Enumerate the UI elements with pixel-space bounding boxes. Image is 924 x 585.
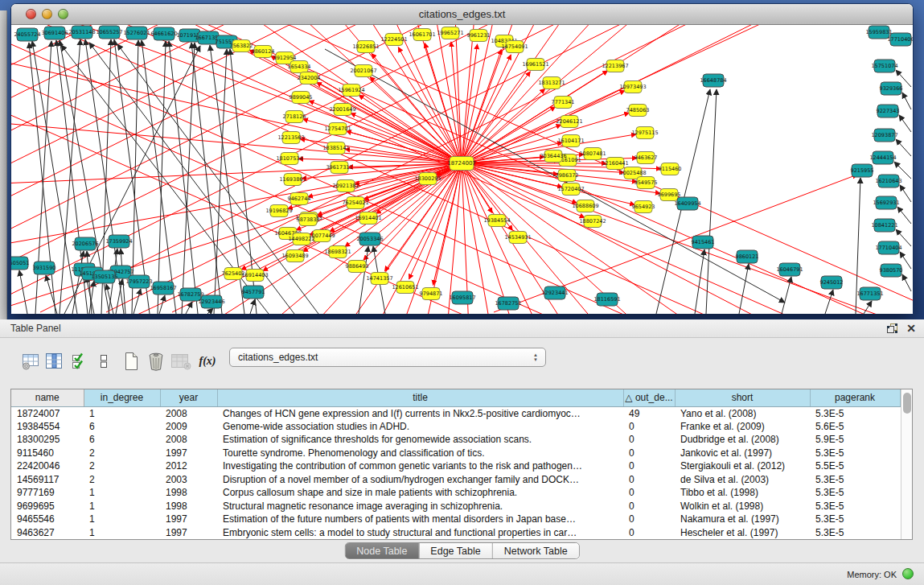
table-cell[interactable]: 2009 [160, 420, 217, 434]
table-cell[interactable]: 14569117 [11, 473, 84, 487]
table-row[interactable]: 911546021997Tourette syndrome. Phenomeno… [11, 447, 900, 460]
table-cell[interactable]: Jankovic et al. (1997) [675, 447, 810, 460]
table-cell[interactable]: 2 [84, 459, 160, 473]
new-file-icon[interactable] [121, 349, 142, 373]
table-cell[interactable]: 5.3E-5 [810, 486, 900, 500]
table-cell[interactable]: 0 [623, 433, 675, 447]
window-titlebar[interactable]: citations_edges.txt [11, 4, 913, 25]
table-cell[interactable]: 9777169 [11, 486, 84, 500]
table-cell[interactable]: 1 [84, 526, 160, 540]
column-header-name[interactable]: name [11, 389, 84, 406]
table-row[interactable]: 2242004622012Investigating the contribut… [11, 459, 900, 473]
column-header-in_degree[interactable]: in_degree [84, 389, 160, 406]
table-cell[interactable]: 9463627 [11, 526, 84, 540]
table-cell[interactable]: 49 [623, 406, 675, 420]
table-row[interactable]: 946362711997Embryonic stem cells: a mode… [11, 526, 900, 540]
table-cell[interactable]: 0 [623, 459, 675, 473]
table-cell[interactable]: 9115460 [11, 447, 84, 460]
table-cell[interactable]: Hescheler et al. (1997) [675, 526, 810, 540]
table-cell[interactable]: de Silva et al. (2003) [675, 473, 810, 487]
table-cell[interactable]: Dudbridge et al. (2008) [675, 433, 810, 447]
table-cell[interactable]: 0 [623, 526, 675, 540]
table-row[interactable]: 1938455462009Genome-wide association stu… [11, 420, 900, 434]
table-cell[interactable]: Structural magnetic resonance image aver… [217, 500, 623, 513]
table-cell[interactable]: 9465546 [11, 513, 84, 526]
table-cell[interactable]: 6 [84, 420, 160, 434]
table-cell[interactable]: 2008 [160, 433, 217, 447]
table-selector-dropdown[interactable]: citations_edges.txt ▲ ▼ [229, 348, 546, 367]
table-cell[interactable]: 9699695 [11, 500, 84, 513]
table-cell[interactable]: 2012 [160, 459, 217, 473]
table-cell[interactable]: 2008 [160, 406, 217, 420]
table-cell[interactable]: Nakamura et al. (1997) [675, 513, 810, 526]
table-cell[interactable]: Investigating the contribution of common… [217, 459, 623, 473]
column-header-out_de[interactable]: △ out_de... [623, 389, 675, 406]
row-height-icon[interactable] [93, 349, 114, 373]
tab-edge-table[interactable]: Edge Table [419, 543, 492, 558]
table-cell[interactable]: Tibbo et al. (1998) [675, 486, 810, 500]
table-cell[interactable]: 5.6E-5 [810, 420, 900, 434]
table-cell[interactable]: 2 [84, 473, 160, 487]
table-cell[interactable]: 1997 [160, 526, 217, 540]
function-builder-icon[interactable]: f(x) [197, 349, 218, 373]
table-cell[interactable]: 1997 [160, 447, 217, 460]
show-column-icon[interactable] [43, 349, 64, 373]
close-panel-icon[interactable]: ✕ [906, 322, 916, 335]
table-cell[interactable]: Tourette syndrome. Phenomenology and cla… [217, 447, 623, 460]
table-cell[interactable]: 18300295 [11, 433, 84, 447]
table-cell[interactable]: Genome-wide association studies in ADHD. [217, 420, 623, 434]
table-cell[interactable]: Changes of HCN gene expression and I(f) … [217, 406, 623, 420]
table-cell[interactable]: 0 [623, 513, 675, 526]
scrollbar-thumb[interactable] [903, 393, 911, 414]
table-scrollbar[interactable] [901, 389, 913, 539]
column-header-short[interactable]: short [675, 389, 810, 406]
table-cell[interactable]: 1998 [160, 500, 217, 513]
tab-node-table[interactable]: Node Table [345, 543, 419, 558]
table-cell[interactable]: 1 [84, 406, 160, 420]
node-table[interactable]: namein_degreeyeartitle△ out_de...shortpa… [11, 389, 901, 539]
table-cell[interactable]: 0 [623, 447, 675, 460]
table-cell[interactable]: 5.9E-5 [810, 433, 900, 447]
column-header-pagerank[interactable]: pagerank [810, 389, 900, 406]
table-cell[interactable]: 1 [84, 500, 160, 513]
table-cell[interactable]: 1997 [160, 513, 217, 526]
table-cell[interactable]: 5.3E-5 [810, 526, 900, 540]
table-cell[interactable]: 0 [623, 486, 675, 500]
table-row[interactable]: 946554611997Estimation of the future num… [11, 513, 900, 526]
table-row[interactable]: 977716911998Corpus callosum shape and si… [11, 486, 900, 500]
table-mode-icon[interactable] [20, 349, 41, 373]
table-cell[interactable]: 5.3E-5 [810, 513, 900, 526]
table-row[interactable]: 1830029562008Estimation of significance … [11, 433, 900, 447]
table-cell[interactable]: 5.5E-5 [810, 459, 900, 473]
table-cell[interactable]: 2 [84, 447, 160, 460]
table-cell[interactable]: 1 [84, 513, 160, 526]
table-row[interactable]: 969969511998Structural magnetic resonanc… [11, 500, 900, 513]
table-cell[interactable]: 22420046 [11, 459, 84, 473]
table-cell[interactable]: 5.3E-5 [810, 447, 900, 460]
table-cell[interactable]: 6 [84, 433, 160, 447]
table-cell[interactable]: 0 [623, 420, 675, 434]
table-cell[interactable]: 1998 [160, 486, 217, 500]
table-cell[interactable]: 5.3E-5 [810, 500, 900, 513]
trash-icon[interactable] [146, 349, 166, 373]
table-cell[interactable]: 5.3E-5 [810, 473, 900, 487]
table-cell[interactable]: 0 [623, 500, 675, 513]
table-cell[interactable]: Wolkin et al. (1998) [675, 500, 810, 513]
table-cell[interactable]: Corpus callosum shape and size in male p… [217, 486, 623, 500]
table-cell[interactable]: 19384554 [11, 420, 84, 434]
table-cell[interactable]: 18724007 [11, 406, 84, 420]
table-cell[interactable]: Embryonic stem cells: a model to study s… [217, 526, 623, 540]
column-header-year[interactable]: year [160, 389, 217, 406]
table-row[interactable]: 1456911722003Disruption of a novel membe… [11, 473, 900, 487]
table-cell[interactable]: Yano et al. (2008) [675, 406, 810, 420]
tab-network-table[interactable]: Network Table [493, 543, 579, 558]
select-rows-icon[interactable] [69, 349, 90, 373]
table-cell[interactable]: Franke et al. (2009) [675, 420, 810, 434]
table-row[interactable]: 1872400712008Changes of HCN gene express… [11, 406, 900, 420]
table-cell[interactable]: Stergiakouli et al. (2012) [675, 459, 810, 473]
table-cell[interactable]: 0 [623, 473, 675, 487]
float-panel-icon[interactable] [886, 323, 898, 334]
network-graph-area[interactable]: 2405572430691406205311481065525715276021… [11, 25, 913, 314]
table-cell[interactable]: Disruption of a novel member of a sodium… [217, 473, 623, 487]
network-canvas[interactable]: 2405572430691406205311481065525715276021… [11, 25, 913, 314]
